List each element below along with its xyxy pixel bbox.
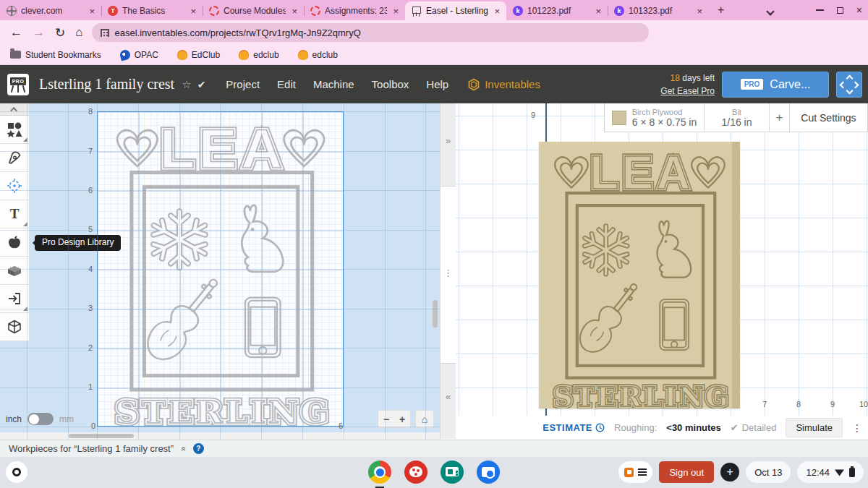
origin-tool-button[interactable] [0, 172, 29, 200]
inventables-brand[interactable]: Inventables [467, 78, 540, 91]
tab-101223-pdf[interactable]: k 101223.pdf × [506, 1, 608, 20]
restore-icon[interactable] [837, 7, 843, 14]
carve-button[interactable]: PRO Carve... [722, 72, 829, 98]
preview-ruler-label: 8 [796, 400, 801, 408]
notification-stack-icon [638, 468, 647, 470]
new-tab-button[interactable]: + [718, 4, 724, 17]
zoom-home-button[interactable]: ⌂ [415, 410, 434, 428]
workpieces-bar: Workpieces for “Lsterling 1 family crest… [0, 440, 868, 457]
pen-tool-button[interactable] [0, 144, 29, 172]
kami-icon: k [614, 6, 624, 16]
bookmark-edclub-2[interactable]: edclub [239, 50, 278, 60]
zoom-out-button[interactable]: − [378, 411, 394, 427]
design-library-button[interactable] [0, 228, 29, 257]
simulate-button[interactable]: Simulate [786, 418, 843, 437]
collapse-palette-button[interactable] [0, 103, 29, 116]
time-status-pill[interactable]: 12:44 [797, 461, 864, 483]
material-settings-bar: Birch Plywood 6 × 8 × 0.75 in Bit 1/16 i… [604, 103, 868, 132]
bit-selector[interactable]: Bit 1/16 in [705, 103, 770, 132]
preview-ruler-label: 9 [830, 400, 835, 408]
menu-help[interactable]: Help [426, 78, 448, 90]
reload-icon[interactable]: ↻ [55, 25, 65, 40]
tab-strip: clever.com × T The Basics × Course Modul… [0, 0, 868, 20]
zoom-controls: − + ⌂ [378, 410, 434, 428]
help-question-icon[interactable]: ? [193, 443, 204, 454]
bookmark-student-bookmarks[interactable]: Student Bookmarks [10, 50, 101, 60]
close-window-icon[interactable]: × [856, 5, 862, 15]
date-pill[interactable]: Oct 13 [746, 461, 791, 483]
tab-clever[interactable]: clever.com × [0, 1, 101, 20]
tab-easel-active[interactable]: Easel - Lsterling 1 × [405, 1, 506, 20]
tab-the-basics[interactable]: T The Basics × [101, 1, 203, 20]
back-icon[interactable]: ← [10, 25, 22, 40]
gallery-app-icon[interactable] [441, 461, 464, 484]
close-tab-icon[interactable]: × [594, 6, 603, 17]
site-info-icon[interactable] [101, 29, 109, 37]
three-d-view-button[interactable] [0, 313, 29, 341]
bookmark-opac[interactable]: OPAC [120, 50, 158, 60]
favorite-star-icon[interactable]: ☆ [182, 78, 191, 91]
preview-panel[interactable]: 9 Birch Plywood 6 × 8 × 0.75 in Bit 1/16… [456, 103, 868, 440]
get-easel-pro-link[interactable]: Get Easel Pro [660, 86, 715, 96]
divider-drag-strip[interactable]: ⋮ [441, 187, 456, 363]
menu-edit[interactable]: Edit [277, 78, 296, 90]
shapes-tool-button[interactable] [0, 116, 29, 144]
import-button[interactable] [0, 285, 29, 313]
add-note-button[interactable]: + [720, 463, 739, 481]
vertical-scrollbar-thumb[interactable] [433, 300, 438, 328]
home-icon[interactable]: ⌂ [75, 25, 82, 40]
menu-toolbox[interactable]: Toolbox [372, 78, 409, 90]
close-tab-icon[interactable]: × [189, 6, 197, 17]
minimize-icon[interactable] [816, 9, 824, 11]
close-tab-icon[interactable]: × [695, 6, 704, 17]
design-canvas[interactable]: 8 7 6 5 4 3 2 1 0 6 [0, 103, 440, 440]
canvas-paint-app-icon[interactable] [404, 461, 427, 484]
close-tab-icon[interactable]: × [88, 6, 96, 17]
add-bit-button[interactable]: + [770, 103, 790, 132]
tab-101323-pdf[interactable]: k 101323.pdf × [608, 1, 709, 20]
notification-tray[interactable] [618, 461, 652, 483]
tab-course-modules[interactable]: Course Modules: × [203, 1, 304, 20]
menu-project[interactable]: Project [226, 78, 260, 90]
easel-pro-logo[interactable]: PRO [7, 74, 29, 95]
workpiece[interactable] [97, 111, 344, 427]
canvas-lms-icon [310, 6, 320, 16]
camera-app-icon[interactable] [477, 461, 500, 484]
tab-search-chevron-icon[interactable] [767, 7, 775, 15]
horizontal-scrollbar[interactable] [0, 432, 440, 440]
cut-settings-button[interactable]: Cut Settings [790, 103, 867, 132]
typingclub-icon: T [108, 6, 118, 16]
ruler-label: 5 [80, 225, 93, 234]
text-tool-button[interactable]: T [0, 200, 29, 228]
bookmark-edclub-3[interactable]: edclub [298, 50, 338, 60]
collapse-workpieces-icon[interactable]: » [178, 446, 188, 451]
material-selector[interactable]: Birch Plywood 6 × 8 × 0.75 in [605, 103, 705, 132]
sign-out-button[interactable]: Sign out [659, 461, 714, 483]
crest-design[interactable] [98, 112, 343, 426]
estimate-label[interactable]: ESTIMATE [542, 422, 605, 433]
status-area: Sign out + Oct 13 12:44 [618, 461, 864, 483]
carve-preview[interactable] [539, 142, 740, 408]
units-toggle[interactable] [27, 413, 54, 425]
estimate-menu-icon[interactable]: ⋮ [852, 422, 862, 434]
close-tab-icon[interactable]: × [493, 6, 501, 17]
apps-brick-button[interactable] [0, 257, 29, 285]
tab-assignments[interactable]: Assignments: 23 × [304, 1, 405, 20]
collapse-left-strip[interactable]: « [441, 363, 456, 439]
launcher-button[interactable] [6, 461, 27, 483]
opac-icon [119, 48, 131, 61]
screen-capture-icon [624, 468, 634, 477]
project-title[interactable]: Lsterling 1 family crest [39, 76, 174, 93]
forward-icon[interactable]: → [33, 25, 45, 40]
close-tab-icon[interactable]: × [290, 6, 299, 17]
chrome-app-icon[interactable] [368, 461, 391, 484]
menu-machine[interactable]: Machine [313, 78, 354, 90]
scrollbar-thumb[interactable] [69, 434, 134, 438]
address-bar[interactable]: easel.inventables.com/projects/rwTQrv1rg… [92, 23, 649, 42]
bookmark-edclub-1[interactable]: EdClub [177, 50, 220, 60]
detailed-status: ✔ Detailed [731, 422, 777, 433]
close-tab-icon[interactable]: × [391, 6, 400, 17]
collapse-right-strip[interactable]: » [441, 103, 456, 187]
machine-jog-button[interactable] [836, 72, 862, 98]
zoom-in-button[interactable]: + [394, 411, 410, 427]
